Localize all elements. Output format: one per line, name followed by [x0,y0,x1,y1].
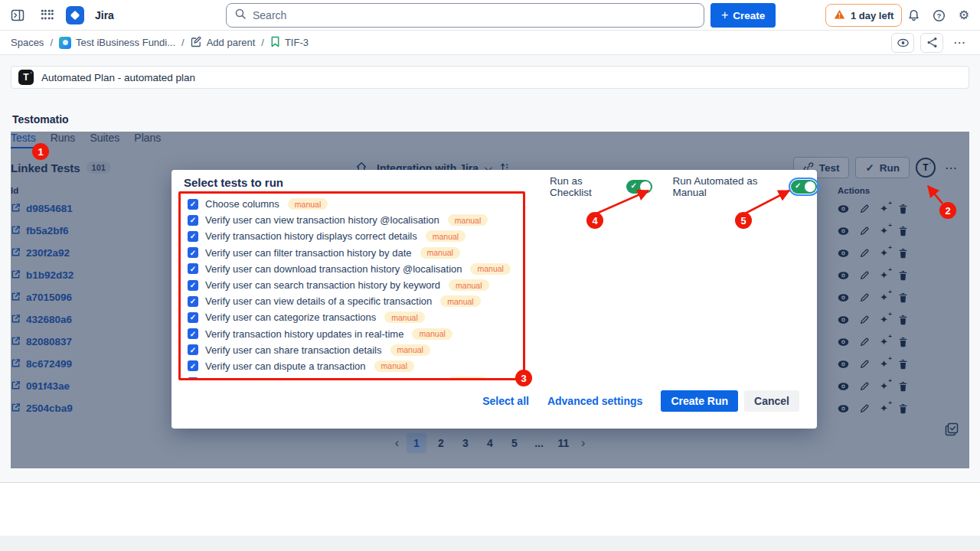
test-label: Verify user can filter transaction histo… [205,247,412,259]
test-label: Verify transaction history updates in re… [205,328,403,340]
select-tests-modal: Select tests to run Run as Checklist ✓ R… [172,170,817,429]
toggle-check-icon: ✓ [795,181,801,190]
breadcrumb-bar: Spaces / Test iBusiness Fundi... / Add p… [0,31,980,55]
test-label: Verify user can search transaction histo… [205,279,440,291]
manual-badge: manual [384,311,424,323]
advanced-settings-link[interactable]: Advanced settings [547,395,642,407]
toggle-knob [640,181,651,192]
widget-heading: Testomatio [12,113,69,126]
test-label: Verify user can dispute a transaction [205,360,366,372]
svg-text:?: ? [936,11,941,19]
jira-logo[interactable] [66,6,84,24]
test-label: Verify user can view transaction history… [205,377,439,380]
test-label: Verify user can view details of a specif… [205,295,432,307]
sidebar-toggle-icon[interactable] [8,5,28,25]
test-checklist-item: ✓ Verify transaction history displays co… [188,228,525,244]
test-checklist-item: ✓ Verify user can download transaction h… [188,261,525,277]
checkbox-checked-icon[interactable]: ✓ [188,328,198,339]
checkbox-checked-icon[interactable]: ✓ [188,344,198,355]
checkbox-checked-icon[interactable]: ✓ [188,247,198,258]
page: Jira + Create 1 day left ? ⚙ [0,0,980,551]
test-checklist-item: ✓ Verify user can view transaction histo… [188,374,525,380]
run-automated-label: Run Automated as Manual [672,175,785,198]
run-automated-group: Run Automated as Manual ✓ [672,175,817,198]
checkbox-checked-icon[interactable]: ✓ [188,360,198,371]
manual-badge: manual [412,328,452,340]
test-checklist-item: ✓ Choose columns manual [188,196,525,212]
test-checklist-item: ✓ Verify user can view transaction histo… [188,212,525,228]
test-checklist-item: ✓ Verify user can dispute a transaction … [188,358,525,374]
create-run-button[interactable]: Create Run [661,390,738,412]
bookmark-icon [270,36,280,50]
space-avatar [59,37,71,49]
watch-eye-button[interactable] [891,33,914,53]
toggle-knob [805,181,815,192]
plan-title: Automated Plan - automated plan [41,72,195,83]
share-button[interactable] [920,33,943,53]
testomatio-logo: T [18,70,34,85]
manual-badge: manual [390,344,430,356]
test-label: Verify transaction history displays corr… [205,230,417,242]
checkbox-checked-icon[interactable]: ✓ [188,296,198,307]
manual-badge: manual [420,247,460,259]
breadcrumb-spaces[interactable]: Spaces [11,37,44,48]
app-title: Jira [95,9,114,21]
toggle-check-icon: ✓ [630,181,636,190]
manual-badge: manual [448,214,488,226]
test-checklist-item: ✓ Verify user can search transaction his… [188,277,525,293]
trial-countdown-button[interactable]: 1 day left [825,4,902,27]
manual-badge: manual [374,360,414,372]
run-automated-toggle[interactable]: ✓ [791,180,817,194]
breadcrumb-space[interactable]: Test iBusiness Fundi... [59,37,175,49]
search-icon [234,8,247,23]
manual-badge: manual [448,377,488,380]
test-label: Verify user can share transaction detail… [205,344,382,356]
modal-footer: Select all Advanced settings Create Run … [482,390,799,412]
manual-badge: manual [449,279,488,291]
test-checklist-item: ✓ Verify user can view details of a spec… [188,293,525,309]
manual-badge: manual [426,230,466,242]
run-as-checklist-toggle[interactable]: ✓ [626,180,652,194]
test-checklist-item: ✓ Verify transaction history updates in … [188,326,525,342]
more-options-icon[interactable]: ⋯ [949,33,969,53]
manual-badge: manual [288,198,328,210]
manual-badge: manual [470,263,510,275]
create-button[interactable]: + Create [710,3,776,28]
help-icon[interactable]: ? [929,5,949,25]
search-input[interactable] [253,9,696,21]
select-all-link[interactable]: Select all [482,395,529,407]
test-checklist-item: ✓ Verify user can categorize transaction… [188,309,525,325]
editor-content-area[interactable] [0,536,980,551]
breadcrumb: Spaces / Test iBusiness Fundi... / Add p… [11,36,309,50]
modal-title: Select tests to run [184,176,283,189]
notifications-bell-icon[interactable] [903,5,923,25]
checkbox-checked-icon[interactable]: ✓ [188,280,198,291]
checkbox-checked-icon[interactable]: ✓ [188,199,198,210]
cancel-button[interactable]: Cancel [744,390,799,412]
warning-icon [834,9,845,22]
gear-icon[interactable]: ⚙ [954,5,974,25]
test-label: Verify user can download transaction his… [205,263,462,275]
breadcrumb-add-parent[interactable]: Add parent [191,36,256,50]
test-label: Verify user can view transaction history… [205,214,439,226]
checkbox-checked-icon[interactable]: ✓ [188,215,198,226]
run-as-checklist-group: Run as Checklist ✓ [550,175,652,198]
top-navigation: Jira + Create 1 day left ? ⚙ [0,0,980,31]
modal-test-list: ✓ Choose columns manual ✓ Verify user ca… [179,192,525,380]
checkbox-checked-icon[interactable]: ✓ [188,312,198,323]
app-switcher-icon[interactable] [37,5,57,25]
test-label: Choose columns [205,198,279,210]
checkbox-checked-icon[interactable]: ✓ [188,377,198,380]
plus-icon: + [721,9,728,21]
manual-badge: manual [440,295,480,307]
run-as-checklist-label: Run as Checklist [550,175,620,198]
checkbox-checked-icon[interactable]: ✓ [188,231,198,242]
automated-plan-banner[interactable]: T Automated Plan - automated plan [11,66,969,89]
checkbox-checked-icon[interactable]: ✓ [188,263,198,274]
test-checklist-item: ✓ Verify user can filter transaction his… [188,245,525,261]
global-search[interactable] [226,3,704,28]
breadcrumb-current-page[interactable]: TIF-3 [270,36,309,50]
edit-icon [191,36,202,50]
test-label: Verify user can categorize transactions [205,311,376,323]
test-checklist-item: ✓ Verify user can share transaction deta… [188,342,525,358]
